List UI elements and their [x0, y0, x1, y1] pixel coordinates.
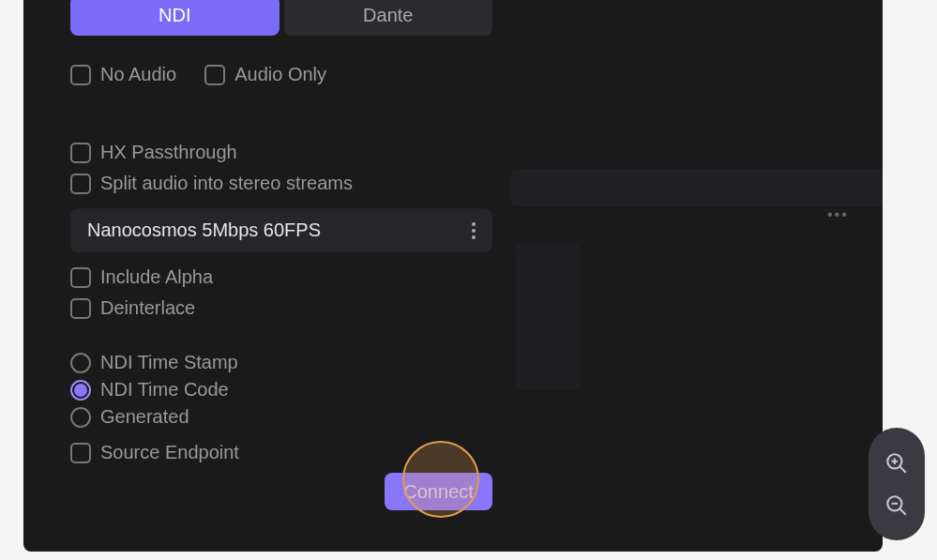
- radio-label: Generated: [100, 406, 189, 428]
- checkbox-hx-passthrough[interactable]: HX Passthrough: [70, 142, 492, 163]
- select-value: Nanocosmos 5Mbps 60FPS: [87, 219, 321, 241]
- zoom-out-icon[interactable]: [884, 493, 909, 518]
- checkbox-source-endpoint[interactable]: Source Endpoint: [70, 442, 492, 463]
- background-dots: •••: [827, 206, 849, 223]
- radio-generated[interactable]: Generated: [70, 406, 492, 428]
- tab-ndi[interactable]: NDI: [70, 0, 280, 36]
- kebab-icon: [472, 222, 476, 239]
- radio-ndi-timestamp[interactable]: NDI Time Stamp: [70, 352, 492, 373]
- preset-select[interactable]: Nanocosmos 5Mbps 60FPS: [70, 208, 492, 252]
- zoom-controls: [869, 428, 925, 540]
- checkbox-label: Source Endpoint: [100, 442, 239, 463]
- checkbox-icon: [70, 298, 91, 319]
- svg-line-1: [899, 466, 906, 473]
- checkbox-include-alpha[interactable]: Include Alpha: [70, 266, 492, 288]
- svg-line-5: [899, 508, 906, 515]
- protocol-tabs: NDI Dante: [70, 0, 492, 36]
- app-window: ••• NDI Dante No Audio Audio Only HX Pas…: [23, 0, 883, 552]
- checkbox-deinterlace[interactable]: Deinterlace: [70, 297, 492, 319]
- checkbox-no-audio[interactable]: No Audio: [70, 64, 176, 85]
- checkbox-label: Include Alpha: [100, 266, 213, 288]
- background-block: [516, 244, 580, 389]
- checkbox-label: Split audio into stereo streams: [100, 173, 353, 194]
- radio-icon: [70, 407, 91, 428]
- checkbox-icon: [204, 65, 225, 85]
- checkbox-icon: [70, 143, 91, 163]
- button-label: Connect: [403, 481, 474, 503]
- tab-dante[interactable]: Dante: [284, 0, 493, 36]
- checkbox-split-audio[interactable]: Split audio into stereo streams: [70, 173, 492, 194]
- radio-ndi-timecode[interactable]: NDI Time Code: [70, 379, 492, 401]
- radio-label: NDI Time Stamp: [100, 352, 238, 373]
- radio-label: NDI Time Code: [100, 379, 229, 401]
- checkbox-icon: [70, 65, 91, 85]
- checkbox-label: Deinterlace: [100, 297, 195, 319]
- background-bar: [511, 169, 883, 206]
- timecode-radio-group: NDI Time Stamp NDI Time Code Generated: [70, 352, 492, 428]
- checkbox-icon: [70, 267, 91, 288]
- checkbox-icon: [70, 443, 91, 463]
- checkbox-icon: [70, 174, 91, 194]
- connect-button[interactable]: Connect: [385, 473, 492, 510]
- radio-icon: [70, 353, 91, 373]
- checkbox-audio-only[interactable]: Audio Only: [204, 64, 326, 85]
- checkbox-label: No Audio: [100, 64, 176, 85]
- settings-panel: NDI Dante No Audio Audio Only HX Passthr…: [70, 0, 492, 473]
- checkbox-label: HX Passthrough: [100, 142, 237, 163]
- checkbox-label: Audio Only: [234, 64, 326, 85]
- zoom-in-icon[interactable]: [884, 451, 909, 476]
- radio-icon: [70, 380, 91, 401]
